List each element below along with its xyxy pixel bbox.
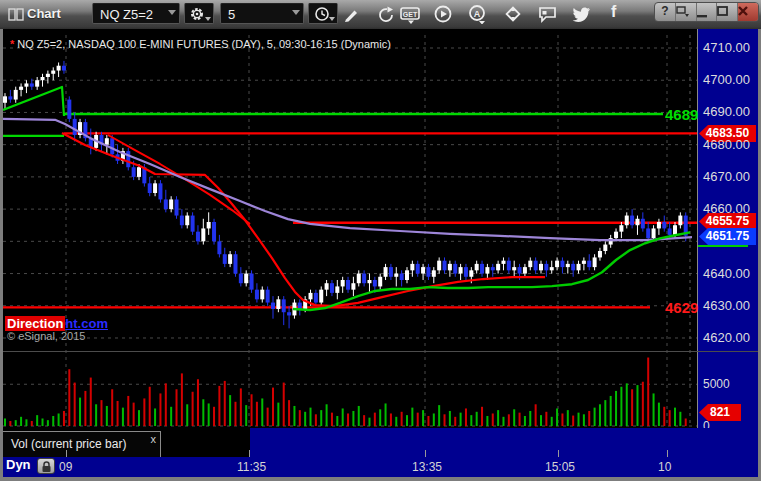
- volume-bar: [647, 358, 649, 426]
- volume-bar: [197, 379, 199, 426]
- candle-body: [319, 290, 323, 303]
- price-axis-label: 4630.00: [703, 298, 750, 313]
- chart-canvas[interactable]: [3, 29, 697, 428]
- volume-bar: [326, 404, 328, 426]
- volume-bar: [486, 416, 488, 426]
- candle-body: [641, 219, 645, 229]
- candle-body: [62, 66, 66, 71]
- candle-body: [593, 257, 597, 267]
- candle-body: [346, 280, 350, 290]
- volume-bar: [572, 416, 574, 426]
- price-axis-label: 4690.00: [703, 104, 750, 119]
- candle-body: [582, 261, 586, 264]
- get-data-icon[interactable]: GET: [400, 6, 422, 25]
- time-settings-button[interactable]: [308, 3, 338, 24]
- volume-bar: [561, 413, 563, 426]
- volume-bar: [9, 421, 11, 426]
- volume-bar: [213, 407, 215, 426]
- volume-bar: [117, 401, 119, 426]
- symbol-combo[interactable]: NQ Z5=2: [92, 3, 180, 24]
- volume-bar: [358, 406, 360, 426]
- volume-bar: [224, 381, 226, 426]
- green-ma-axis-mark: [698, 245, 748, 247]
- candle-body: [459, 267, 463, 273]
- volume-bar: [181, 373, 183, 426]
- candle-body: [662, 222, 666, 228]
- volume-study-tab[interactable]: Vol (current price bar) x: [3, 431, 161, 457]
- candle-body: [485, 267, 489, 273]
- watermark-highlight: Direction: [5, 316, 65, 331]
- maximize-button[interactable]: [717, 3, 738, 21]
- overlay-line: [62, 133, 545, 306]
- candle-body: [410, 264, 414, 270]
- interval-value: 5: [228, 7, 235, 22]
- close-button[interactable]: [738, 3, 758, 21]
- volume-bar: [315, 414, 317, 426]
- volume-bar: [535, 404, 537, 426]
- svg-text:GET: GET: [403, 11, 418, 18]
- volume-bar: [261, 398, 263, 426]
- volume-bar: [636, 385, 638, 426]
- dynamic-mode-button[interactable]: Dyn: [6, 457, 31, 472]
- alerts-diamond-icon[interactable]: [504, 5, 526, 24]
- facebook-icon[interactable]: f: [611, 3, 616, 21]
- volume-bar: [685, 418, 687, 426]
- restore-menu-button[interactable]: [676, 3, 697, 21]
- volume-bar: [42, 418, 44, 426]
- volume-bar: [111, 389, 113, 426]
- volume-bar: [293, 406, 295, 426]
- candle-body: [652, 228, 656, 238]
- gear-icon: [189, 6, 211, 25]
- candle-body: [501, 261, 505, 264]
- candle-body: [668, 228, 672, 234]
- symbol-settings-button[interactable]: [184, 3, 214, 24]
- panel-divider[interactable]: [3, 351, 758, 352]
- volume-bar: [240, 388, 242, 426]
- volume-bar: [79, 398, 81, 426]
- chat-bubble-icon[interactable]: [538, 6, 560, 25]
- interval-combo[interactable]: 5: [220, 3, 304, 24]
- close-tab-icon[interactable]: x: [151, 433, 157, 445]
- watermark-link[interactable]: ht.com: [65, 316, 108, 331]
- candle-body: [191, 216, 195, 232]
- candle-body: [394, 274, 398, 277]
- candle-body: [550, 267, 554, 270]
- candle-body: [539, 264, 543, 270]
- volume-bar: [545, 412, 547, 426]
- volume-bar: [229, 395, 231, 426]
- time-axis-label: 09: [59, 460, 72, 474]
- candle-body: [475, 264, 479, 270]
- candle-body: [362, 274, 366, 284]
- refresh-arrow-icon[interactable]: [378, 6, 400, 25]
- candle-body: [571, 264, 575, 270]
- candle-body: [421, 267, 425, 273]
- last-price-tag: 4651.75: [699, 228, 756, 245]
- candle-body: [35, 80, 39, 86]
- time-axis-tick: [667, 450, 668, 457]
- window-border-bottom: [0, 477, 761, 481]
- minimize-button[interactable]: [697, 3, 718, 21]
- volume-bar: [84, 391, 86, 426]
- volume-bar: [658, 403, 660, 426]
- volume-bar: [578, 413, 580, 426]
- volume-bar: [567, 410, 569, 426]
- volume-bar: [352, 411, 354, 426]
- volume-bar: [476, 412, 478, 426]
- volume-bar: [106, 406, 108, 426]
- titlebar: Chart NQ Z5=2 5: [0, 0, 761, 30]
- volume-bar: [438, 405, 440, 426]
- twitter-icon[interactable]: [572, 6, 594, 25]
- candle-body: [566, 264, 570, 267]
- volume-bar: [460, 413, 462, 426]
- volume-bar: [465, 408, 467, 426]
- candle-body: [196, 232, 200, 242]
- play-icon[interactable]: [434, 5, 456, 24]
- candle-body: [577, 264, 581, 270]
- help-button[interactable]: ?: [655, 3, 676, 21]
- candle-body: [287, 312, 291, 315]
- candle-body: [619, 225, 623, 231]
- volume-bar: [347, 413, 349, 426]
- auto-trade-icon[interactable]: A: [468, 5, 490, 24]
- draw-pencil-icon[interactable]: [342, 6, 364, 25]
- lock-button[interactable]: [37, 458, 55, 474]
